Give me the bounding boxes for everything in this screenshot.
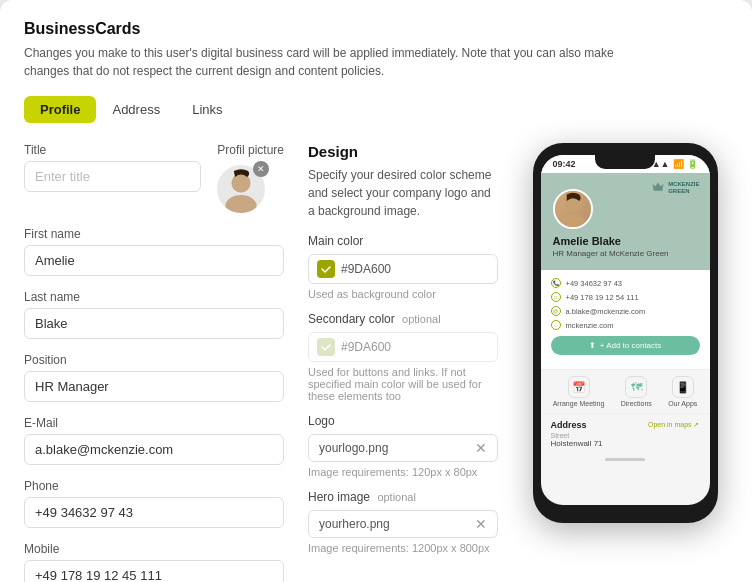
- phone-screen: 09:42 ▲▲▲ 📶 🔋: [541, 155, 710, 505]
- main-color-value: #9DA600: [341, 262, 391, 276]
- title-field-group: Title: [24, 143, 201, 213]
- contact-website: ○ mckenzie.com: [551, 320, 700, 330]
- card-position: HR Manager at McKenzie Green: [553, 249, 698, 258]
- arrange-meeting-icon: 📅: [568, 376, 590, 398]
- address-header: Address Open in maps ↗: [551, 420, 700, 430]
- firstname-label: First name: [24, 227, 284, 241]
- mckenzie-logo: MCKENZIEGREEN: [651, 181, 699, 195]
- card-body: 📞 +49 34632 97 43 □ +49 178 19 12 54 111…: [541, 270, 710, 369]
- email-icon: @: [551, 306, 561, 316]
- phone-label: Phone: [24, 479, 284, 493]
- logo-label: Logo: [308, 414, 498, 428]
- design-title: Design: [308, 143, 498, 160]
- logo-hint: Image requirements: 120px x 80px: [308, 466, 498, 478]
- website-icon: ○: [551, 320, 561, 330]
- hero-hint: Image requirements: 1200px x 800px: [308, 542, 498, 554]
- phone-input[interactable]: [24, 497, 284, 528]
- lastname-group: Last name: [24, 290, 284, 339]
- secondary-color-value: #9DA600: [341, 340, 391, 354]
- lastname-label: Last name: [24, 290, 284, 304]
- contact-phone1: 📞 +49 34632 97 43: [551, 278, 700, 288]
- street-label: Street: [551, 432, 700, 439]
- svg-point-3: [560, 214, 585, 229]
- our-apps-icon: 📱: [672, 376, 694, 398]
- scroll-indicator: [605, 458, 645, 461]
- profile-pic-remove-button[interactable]: ✕: [253, 161, 269, 177]
- profile-pic-group: Profil picture ✕: [217, 143, 284, 213]
- phone1-icon: 📞: [551, 278, 561, 288]
- status-time: 09:42: [553, 159, 576, 169]
- hero-remove-button[interactable]: ✕: [475, 517, 487, 531]
- company-name: MCKENZIEGREEN: [668, 181, 699, 194]
- email-label: E-Mail: [24, 416, 284, 430]
- battery-icon: 🔋: [687, 159, 698, 169]
- card-name: Amelie Blake: [553, 235, 698, 247]
- logo-field[interactable]: yourlogo.png ✕: [308, 434, 498, 462]
- hero-filename: yourhero.png: [319, 517, 390, 531]
- form-panel: Title Profil picture ✕: [24, 143, 284, 582]
- top-fields: Title Profil picture ✕: [24, 143, 284, 213]
- title-input[interactable]: [24, 161, 201, 192]
- directions-icon: 🗺: [625, 376, 647, 398]
- hero-field[interactable]: yourhero.png ✕: [308, 510, 498, 538]
- lastname-input[interactable]: [24, 308, 284, 339]
- app-description: Changes you make to this user's digital …: [24, 44, 644, 80]
- design-description: Specify your desired color scheme and se…: [308, 166, 498, 220]
- main-content: Title Profil picture ✕: [24, 143, 728, 582]
- action-our-apps[interactable]: 📱 Our Apps: [668, 376, 697, 407]
- tab-profile[interactable]: Profile: [24, 96, 96, 123]
- main-color-label: Main color: [308, 234, 498, 248]
- add-icon: ⬆: [589, 341, 596, 350]
- email-input[interactable]: [24, 434, 284, 465]
- address-title: Address: [551, 420, 587, 430]
- title-label: Title: [24, 143, 201, 157]
- logo-remove-button[interactable]: ✕: [475, 441, 487, 455]
- main-color-hint: Used as background color: [308, 288, 498, 300]
- wifi-icon: 📶: [673, 159, 684, 169]
- tabs-bar: Profile Address Links: [24, 96, 728, 123]
- card-header: MCKENZIEGREEN: [541, 173, 710, 270]
- main-color-field[interactable]: #9DA600: [308, 254, 498, 284]
- secondary-color-field[interactable]: #9DA600: [308, 332, 498, 362]
- firstname-input[interactable]: [24, 245, 284, 276]
- address-link[interactable]: Open in maps ↗: [648, 421, 700, 429]
- phone-mockup: 09:42 ▲▲▲ 📶 🔋: [533, 143, 718, 523]
- position-input[interactable]: [24, 371, 284, 402]
- mobile-group: Mobile: [24, 542, 284, 582]
- tab-address[interactable]: Address: [96, 96, 176, 123]
- design-panel: Design Specify your desired color scheme…: [308, 143, 498, 582]
- email-group: E-Mail: [24, 416, 284, 465]
- secondary-color-label: Secondary color optional: [308, 312, 498, 326]
- contact-phone2: □ +49 178 19 12 54 111: [551, 292, 700, 302]
- phone-notch: [595, 155, 655, 169]
- profile-pic-label: Profil picture: [217, 143, 284, 157]
- phone2-icon: □: [551, 292, 561, 302]
- address-section: Address Open in maps ↗ Street Holstenwal…: [541, 413, 710, 454]
- app-title: BusinessCards: [24, 20, 728, 38]
- action-arrange-meeting[interactable]: 📅 Arrange Meeting: [553, 376, 605, 407]
- tab-links[interactable]: Links: [176, 96, 238, 123]
- firstname-group: First name: [24, 227, 284, 276]
- logo-filename: yourlogo.png: [319, 441, 388, 455]
- svg-point-1: [226, 195, 257, 213]
- action-buttons: 📅 Arrange Meeting 🗺 Directions 📱 Our App…: [541, 369, 710, 413]
- card-logo-area: MCKENZIEGREEN: [651, 181, 699, 195]
- profile-pic-container[interactable]: ✕: [217, 165, 265, 213]
- phone-group: Phone: [24, 479, 284, 528]
- avatar-placeholder: [555, 191, 591, 227]
- add-contacts-button[interactable]: ⬆ + Add to contacts: [551, 336, 700, 355]
- secondary-color-hint: Used for buttons and links. If not speci…: [308, 366, 498, 402]
- contact-email: @ a.blake@mckenzie.com: [551, 306, 700, 316]
- mobile-label: Mobile: [24, 542, 284, 556]
- app-window: BusinessCards Changes you make to this u…: [0, 0, 752, 582]
- street-value: Holstenwall 71: [551, 439, 700, 448]
- phone-panel: 09:42 ▲▲▲ 📶 🔋: [522, 143, 728, 582]
- position-group: Position: [24, 353, 284, 402]
- mobile-input[interactable]: [24, 560, 284, 582]
- main-color-swatch: [317, 260, 335, 278]
- card-avatar: [553, 189, 593, 229]
- secondary-color-swatch: [317, 338, 335, 356]
- hero-label: Hero image optional: [308, 490, 498, 504]
- action-directions[interactable]: 🗺 Directions: [621, 376, 652, 407]
- position-label: Position: [24, 353, 284, 367]
